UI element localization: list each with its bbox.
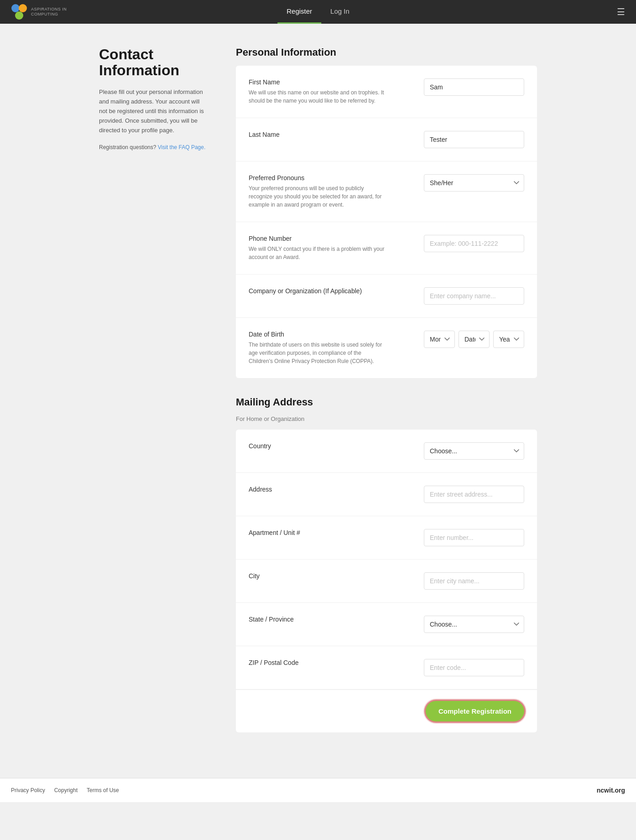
phone-label: Phone Number	[249, 235, 415, 242]
sidebar: Contact Information Please fill out your…	[99, 47, 209, 150]
phone-label-group: Phone Number We will ONLY contact you if…	[249, 235, 415, 261]
state-label-group: State / Province	[249, 616, 415, 626]
footer-terms[interactable]: Terms of Use	[87, 787, 119, 793]
first-name-hint: We will use this name on our website and…	[249, 88, 386, 105]
first-name-input[interactable]	[424, 78, 524, 96]
pronouns-hint: Your preferred pronouns will be used to …	[249, 184, 386, 209]
state-input-group: Choose... Alabama Alaska Arizona Califor…	[424, 616, 524, 633]
apartment-row: Apartment / Unit #	[236, 516, 537, 560]
address-label-group: Address	[249, 486, 415, 496]
country-label-group: Country	[249, 442, 415, 452]
dob-date-wrapper: Date 1234 5678 9101520 253031	[459, 331, 490, 348]
dob-month-select[interactable]: Month JanuaryFebruaryMarch AprilMayJune …	[424, 331, 455, 348]
city-label: City	[249, 572, 415, 580]
svg-point-0	[11, 4, 20, 12]
complete-registration-button[interactable]: Complete Registration	[426, 701, 524, 721]
address-label: Address	[249, 486, 415, 493]
state-select[interactable]: Choose... Alabama Alaska Arizona Califor…	[424, 616, 524, 633]
personal-info-title: Personal Information	[236, 47, 537, 58]
last-name-input-group	[424, 131, 524, 148]
mailing-address-card: Country Choose... United States Canada U…	[236, 430, 537, 732]
footer: Privacy Policy Copyright Terms of Use nc…	[0, 778, 636, 802]
svg-point-2	[15, 11, 23, 20]
submit-row: Complete Registration	[236, 690, 537, 732]
mailing-address-subtitle: For Home or Organization	[236, 415, 537, 422]
city-label-group: City	[249, 572, 415, 582]
phone-input-group	[424, 235, 524, 252]
last-name-label-group: Last Name	[249, 131, 415, 141]
company-input[interactable]	[424, 287, 524, 305]
first-name-label-group: First Name We will use this name on our …	[249, 78, 415, 105]
city-input-group	[424, 572, 524, 590]
city-row: City	[236, 560, 537, 603]
dob-selects: Month JanuaryFebruaryMarch AprilMayJune …	[424, 331, 524, 348]
dob-input-group: Month JanuaryFebruaryMarch AprilMayJune …	[424, 331, 524, 348]
city-input[interactable]	[424, 572, 524, 590]
dob-year-wrapper: Year 202420102000 199019801970	[493, 331, 524, 348]
logo-icon	[11, 4, 27, 20]
nav-login[interactable]: Log In	[321, 0, 359, 24]
apartment-input[interactable]	[424, 529, 524, 546]
dob-hint: The birthdate of users on this website i…	[249, 341, 386, 365]
company-label-group: Company or Organization (If Applicable)	[249, 287, 415, 297]
zip-label: ZIP / Postal Code	[249, 659, 415, 666]
navbar: ASPIRATIONS IN COMPUTING Register Log In…	[0, 0, 636, 24]
dob-row: Date of Birth The birthdate of users on …	[236, 318, 537, 378]
country-row: Country Choose... United States Canada U…	[236, 430, 537, 473]
dob-date-select[interactable]: Date 1234 5678 9101520 253031	[459, 331, 490, 348]
nav-register[interactable]: Register	[277, 0, 321, 24]
zip-input[interactable]	[424, 659, 524, 676]
pronouns-input-group: She/Her He/Him They/Them Other	[424, 174, 524, 192]
phone-hint: We will ONLY contact you if there is a p…	[249, 245, 386, 261]
faq-prefix: Registration questions?	[99, 144, 156, 150]
apartment-label: Apartment / Unit #	[249, 529, 415, 536]
pronouns-row: Preferred Pronouns Your preferred pronou…	[236, 161, 537, 222]
zip-label-group: ZIP / Postal Code	[249, 659, 415, 669]
address-row: Address	[236, 473, 537, 516]
country-select[interactable]: Choose... United States Canada United Ki…	[424, 442, 524, 460]
hamburger-icon[interactable]: ☰	[617, 6, 625, 17]
footer-logo-suffix: .org	[613, 787, 625, 794]
company-label: Company or Organization (If Applicable)	[249, 287, 415, 295]
last-name-label: Last Name	[249, 131, 415, 138]
sidebar-description: Please fill out your personal informatio…	[99, 88, 209, 135]
sidebar-faq: Registration questions? Visit the FAQ Pa…	[99, 144, 209, 150]
pronouns-label: Preferred Pronouns	[249, 174, 415, 181]
page-title: Contact Information	[99, 47, 209, 78]
state-row: State / Province Choose... Alabama Alask…	[236, 603, 537, 646]
zip-row: ZIP / Postal Code	[236, 646, 537, 690]
personal-info-card: First Name We will use this name on our …	[236, 66, 537, 378]
last-name-input[interactable]	[424, 131, 524, 148]
phone-input[interactable]	[424, 235, 524, 252]
footer-copyright[interactable]: Copyright	[54, 787, 78, 793]
content-area: Personal Information First Name We will …	[236, 47, 537, 751]
footer-logo-text: ncwit	[597, 787, 613, 794]
brand-text: ASPIRATIONS IN COMPUTING	[31, 7, 67, 17]
company-row: Company or Organization (If Applicable)	[236, 275, 537, 318]
zip-input-group	[424, 659, 524, 676]
dob-label-group: Date of Birth The birthdate of users on …	[249, 331, 415, 365]
last-name-row: Last Name	[236, 118, 537, 161]
mailing-address-title: Mailing Address	[236, 396, 537, 408]
faq-link[interactable]: Visit the FAQ Page.	[158, 144, 206, 150]
navbar-center: Register Log In	[277, 0, 359, 24]
footer-links: Privacy Policy Copyright Terms of Use	[11, 787, 119, 793]
dob-label: Date of Birth	[249, 331, 415, 338]
dob-year-select[interactable]: Year 202420102000 199019801970	[493, 331, 524, 348]
svg-point-1	[19, 4, 27, 12]
pronouns-select[interactable]: She/Her He/Him They/Them Other	[424, 174, 524, 192]
footer-logo: ncwit.org	[597, 787, 625, 794]
first-name-input-group	[424, 78, 524, 96]
apartment-input-group	[424, 529, 524, 546]
footer-privacy[interactable]: Privacy Policy	[11, 787, 45, 793]
pronouns-label-group: Preferred Pronouns Your preferred pronou…	[249, 174, 415, 209]
address-input-group	[424, 486, 524, 503]
first-name-row: First Name We will use this name on our …	[236, 66, 537, 118]
page-container: Contact Information Please fill out your…	[90, 24, 546, 778]
dob-month-wrapper: Month JanuaryFebruaryMarch AprilMayJune …	[424, 331, 455, 348]
navbar-logo[interactable]: ASPIRATIONS IN COMPUTING	[11, 4, 67, 20]
company-input-group	[424, 287, 524, 305]
country-label: Country	[249, 442, 415, 450]
address-input[interactable]	[424, 486, 524, 503]
first-name-label: First Name	[249, 78, 415, 86]
